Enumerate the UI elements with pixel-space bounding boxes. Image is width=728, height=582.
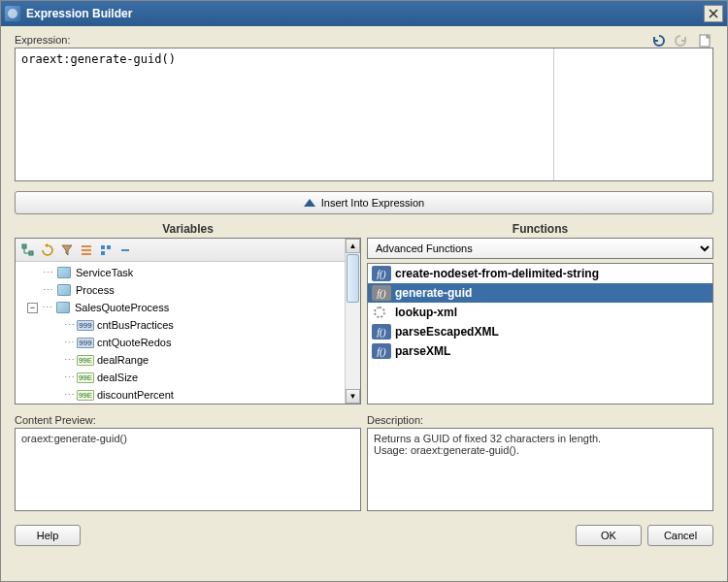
- refresh-icon[interactable]: [39, 242, 56, 259]
- new-doc-icon[interactable]: [696, 32, 713, 49]
- content-preview-label: Content Preview:: [15, 414, 361, 426]
- scroll-up-icon[interactable]: ▲: [346, 239, 360, 253]
- tree-item-servicetask[interactable]: ⋯ServiceTask: [16, 264, 345, 281]
- scroll-thumb[interactable]: [347, 254, 359, 303]
- fn-icon: f(): [372, 285, 391, 301]
- variables-panel: ⋯ServiceTask ⋯Process −⋯SalesQuoteProces…: [15, 238, 361, 404]
- insert-arrow-up-icon: [304, 199, 315, 207]
- function-parseescapedxml[interactable]: f()parseEscapedXML: [368, 322, 712, 341]
- tree-item-cntbuspractices[interactable]: ⋯999cntBusPractices: [16, 316, 345, 334]
- tree-toggle-minus[interactable]: −: [27, 303, 38, 313]
- expression-input[interactable]: [16, 48, 553, 180]
- content-preview-value: oraext:generate-guid(): [21, 433, 127, 444]
- variables-header: Variables: [15, 222, 361, 238]
- expression-label: Expression:: [15, 34, 713, 46]
- tree-item-cntquoteredos[interactable]: ⋯999cntQuoteRedos: [16, 334, 345, 351]
- description-line2: Usage: oraext:generate-guid().: [374, 444, 519, 456]
- collapse-icon[interactable]: [116, 242, 134, 259]
- cancel-button[interactable]: Cancel: [647, 525, 713, 546]
- function-create-nodeset[interactable]: f()create-nodeset-from-delimited-string: [368, 264, 712, 283]
- function-generate-guid[interactable]: f()generate-guid: [368, 283, 712, 303]
- expression-box: [15, 48, 713, 181]
- window-title: Expression Builder: [26, 7, 704, 20]
- tree-item-discountpercent[interactable]: ⋯99EdiscountPercent: [16, 386, 345, 404]
- content-preview-box: oraext:generate-guid(): [15, 428, 361, 511]
- tree-view-icon[interactable]: [19, 242, 37, 259]
- fn-icon: f(): [372, 266, 391, 281]
- tree-item-salesquoteprocess[interactable]: −⋯SalesQuoteProcess: [16, 299, 345, 316]
- functions-header: Functions: [367, 222, 713, 238]
- svg-rect-4: [82, 245, 91, 247]
- tree-item-dealrange[interactable]: ⋯99EdealRange: [16, 351, 345, 369]
- redo-icon[interactable]: [673, 32, 690, 49]
- title-bar: Expression Builder: [1, 1, 727, 26]
- function-parsexml[interactable]: f()parseXML: [368, 341, 712, 361]
- description-label: Description:: [367, 414, 713, 426]
- svg-point-0: [8, 9, 17, 18]
- scroll-down-icon[interactable]: ▼: [346, 389, 360, 404]
- tree-item-process[interactable]: ⋯Process: [16, 281, 345, 299]
- list-icon[interactable]: [78, 242, 95, 259]
- app-icon: [5, 6, 20, 21]
- filter-icon[interactable]: [58, 242, 76, 259]
- variables-tree[interactable]: ⋯ServiceTask ⋯Process −⋯SalesQuoteProces…: [16, 262, 345, 404]
- function-lookup-xml[interactable]: lookup-xml: [368, 303, 712, 322]
- expression-side-panel: [553, 48, 712, 180]
- svg-rect-7: [101, 245, 105, 249]
- functions-list[interactable]: f()create-nodeset-from-delimited-string …: [367, 263, 713, 404]
- variables-scrollbar[interactable]: ▲ ▼: [345, 239, 360, 404]
- svg-rect-2: [22, 244, 26, 248]
- svg-rect-8: [107, 245, 111, 249]
- functions-category-select[interactable]: Advanced Functions: [367, 238, 713, 259]
- undo-icon[interactable]: [649, 32, 667, 49]
- fn-icon: f(): [372, 343, 391, 359]
- gear-icon: [372, 306, 387, 319]
- svg-rect-5: [82, 249, 91, 251]
- close-button[interactable]: [704, 5, 723, 22]
- svg-rect-10: [121, 249, 129, 251]
- fn-icon: f(): [372, 324, 391, 340]
- expand-icon[interactable]: [97, 242, 115, 259]
- functions-panel: Advanced Functions f()create-nodeset-fro…: [367, 238, 713, 404]
- description-box: Returns a GUID of fixed 32 characters in…: [367, 428, 713, 511]
- insert-into-expression-button[interactable]: Insert Into Expression: [15, 191, 713, 214]
- svg-rect-9: [101, 251, 105, 255]
- variables-toolbar: [16, 239, 345, 262]
- description-line1: Returns a GUID of fixed 32 characters in…: [374, 433, 601, 444]
- footer: Help OK Cancel: [1, 519, 727, 556]
- tree-item-dealsize[interactable]: ⋯99EdealSize: [16, 369, 345, 386]
- help-button[interactable]: Help: [15, 525, 81, 546]
- svg-rect-3: [29, 251, 33, 255]
- insert-button-label: Insert Into Expression: [321, 197, 424, 209]
- ok-button[interactable]: OK: [576, 525, 642, 546]
- svg-rect-6: [82, 253, 91, 255]
